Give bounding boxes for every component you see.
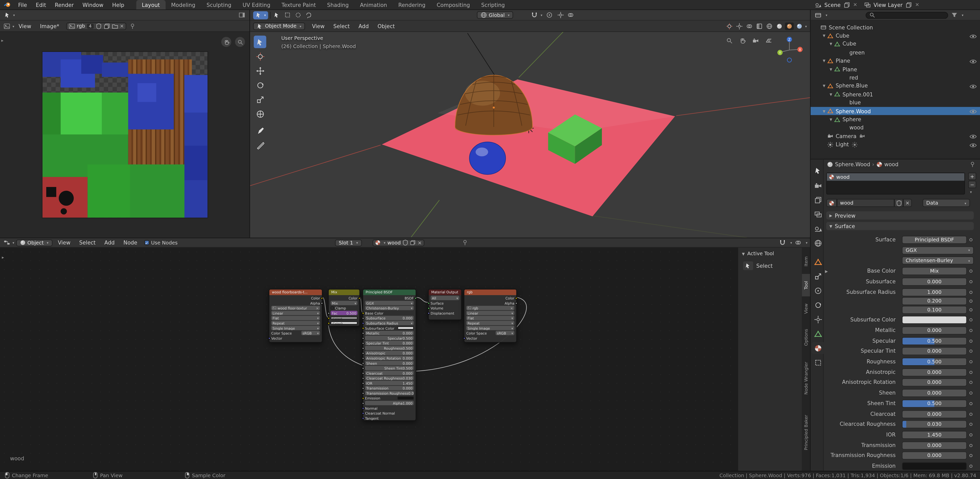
scene-name[interactable]: Scene (824, 2, 840, 8)
workspace-tab-layout[interactable]: Layout (136, 0, 165, 10)
input-socket[interactable] (362, 407, 364, 409)
node-row-ior[interactable]: IOR1.450 (365, 381, 414, 385)
property-value-slider[interactable]: 1.450 (902, 431, 967, 439)
node-row-repeat[interactable]: Repeat▾ (271, 321, 320, 325)
select-circle-mode-icon[interactable] (294, 11, 302, 19)
sidebar-tab-options[interactable]: Options (802, 321, 811, 353)
menu-edit[interactable]: Edit (32, 2, 51, 8)
node-row-rgb[interactable]: rgb× (466, 306, 514, 310)
animate-property-decorator[interactable] (969, 465, 972, 468)
unlink-material-icon[interactable]: × (418, 240, 422, 246)
node-canvas[interactable]: ▸ wood floorboards-t...ColorAlphawood fl… (0, 247, 811, 471)
tool-annotate-button[interactable] (254, 125, 266, 137)
node-row-volume[interactable]: Volume (431, 306, 460, 310)
properties-tab-physics[interactable] (812, 299, 824, 311)
editor-type-image-icon[interactable] (3, 22, 11, 30)
node-row-base-color[interactable]: Base Color (365, 311, 414, 315)
transform-orientation-dropdown[interactable]: Global▾ (477, 11, 514, 19)
new-image-icon[interactable] (103, 22, 110, 30)
shader-menu-add[interactable]: Add (100, 240, 119, 246)
node-row-single-image[interactable]: Single Image▾ (271, 326, 320, 330)
node-mix[interactable]: MixColorMix▾ClampFac0.500Color1Color2 (328, 289, 360, 327)
node-row-sheen-tint[interactable]: Sheen Tint0.500 (365, 366, 414, 370)
animate-property-decorator[interactable] (969, 329, 972, 332)
select-box-mode-icon[interactable] (283, 11, 292, 19)
options-icon[interactable] (566, 11, 575, 19)
fake-user-icon[interactable] (402, 239, 408, 246)
input-socket[interactable] (328, 322, 330, 324)
show-gizmo-icon[interactable] (735, 22, 744, 30)
image-users-badge[interactable]: 4 (87, 24, 94, 29)
shading-rendered-icon[interactable] (795, 22, 804, 30)
properties-tab-object[interactable] (812, 256, 824, 268)
region-expand-icon[interactable]: ▸ (1, 38, 3, 43)
hide-in-viewport-icon[interactable] (969, 59, 977, 64)
menu-render[interactable]: Render (50, 2, 78, 8)
node-image-texture-wood[interactable]: wood floorboards-t...ColorAlphawood floo… (269, 289, 322, 343)
workspace-tab-scripting[interactable]: Scripting (476, 0, 511, 10)
unlink-scene-icon[interactable]: × (853, 2, 857, 7)
tool-transform-button[interactable] (254, 108, 266, 120)
input-socket[interactable] (427, 307, 430, 309)
node-row-specular[interactable]: Specular0.500 (365, 336, 414, 340)
input-socket[interactable] (362, 387, 364, 389)
node-row-color2[interactable]: Color2 (331, 321, 357, 325)
input-socket[interactable] (362, 322, 364, 324)
node-row-clearcoat-normal[interactable]: Clearcoat Normal (365, 411, 414, 415)
node-row-normal[interactable]: Normal (365, 406, 414, 410)
animate-property-decorator[interactable] (969, 454, 972, 457)
menu-file[interactable]: File (14, 2, 32, 8)
property-value-slider[interactable]: 0.000 (902, 441, 967, 449)
scene-icon[interactable] (814, 1, 822, 8)
input-socket[interactable] (362, 337, 364, 339)
new-view-layer-icon[interactable] (904, 1, 913, 8)
workspace-tab-modeling[interactable]: Modeling (165, 0, 201, 10)
active-tool-item[interactable]: Select (738, 260, 802, 272)
node-overlap-icon[interactable] (794, 239, 803, 246)
workspace-tab-uv-editing[interactable]: UV Editing (237, 0, 276, 10)
input-socket[interactable] (362, 382, 364, 384)
node-row-color[interactable]: Color (271, 296, 320, 300)
view-layer-icon[interactable] (863, 1, 872, 8)
new-scene-icon[interactable] (843, 1, 851, 8)
animate-property-decorator[interactable] (969, 433, 972, 436)
property-value-slider[interactable]: 0.000 (902, 410, 967, 418)
outliner-row-green[interactable]: green (811, 48, 980, 57)
animate-property-decorator[interactable] (969, 412, 972, 415)
properties-tab-scene[interactable] (812, 222, 824, 234)
outliner-row-sphere-blue[interactable]: ▼Sphere.Blue (811, 82, 980, 90)
input-socket[interactable] (362, 327, 364, 329)
gizmo-settings-icon[interactable] (556, 11, 565, 19)
outliner-row-light[interactable]: Light (811, 141, 980, 149)
shader-menu-node[interactable]: Node (119, 240, 142, 246)
property-value-slider[interactable]: 0.000 (902, 452, 967, 460)
animate-property-decorator[interactable] (969, 270, 972, 273)
outliner-row-plane[interactable]: ▼Plane (811, 65, 980, 73)
node-row-subsurface-color[interactable]: Subsurface Color (365, 326, 414, 330)
disclosure-icon[interactable]: ▼ (828, 93, 834, 96)
property-color-swatch[interactable] (902, 316, 967, 324)
properties-tab-view-layer[interactable] (812, 208, 824, 220)
node-row-ggx[interactable]: GGX▾ (365, 301, 414, 305)
property-dropdown[interactable]: Christensen-Burley▾ (902, 257, 974, 265)
mode-dropdown[interactable]: Object Mode▾ (253, 22, 305, 30)
workspace-tab-texture-paint[interactable]: Texture Paint (276, 0, 321, 10)
properties-tab-output[interactable] (812, 194, 824, 206)
image-tool-caret-icon[interactable]: ▾ (13, 13, 15, 17)
hide-in-viewport-icon[interactable] (969, 134, 977, 139)
input-socket[interactable] (362, 342, 364, 344)
node-row-displacement[interactable]: Displacement (431, 311, 460, 315)
active-tool-chip[interactable]: ▾ (253, 11, 268, 19)
viewport-menu-select[interactable]: Select (329, 23, 354, 29)
properties-tab-constraints[interactable] (812, 313, 824, 325)
input-socket[interactable] (362, 417, 364, 420)
node-row-transmission[interactable]: Transmission0.000 (365, 386, 414, 390)
node-row-bsdf[interactable]: BSDF (365, 296, 414, 300)
tool-scale-button[interactable] (254, 93, 266, 105)
animate-property-decorator[interactable] (969, 360, 972, 363)
outliner-row-sphere-001[interactable]: ▼Sphere.001 (811, 90, 980, 99)
animate-property-decorator[interactable] (969, 370, 972, 374)
menu-window[interactable]: Window (78, 2, 108, 8)
remove-view-layer-icon[interactable]: × (915, 2, 919, 7)
shader-menu-select[interactable]: Select (75, 240, 100, 246)
